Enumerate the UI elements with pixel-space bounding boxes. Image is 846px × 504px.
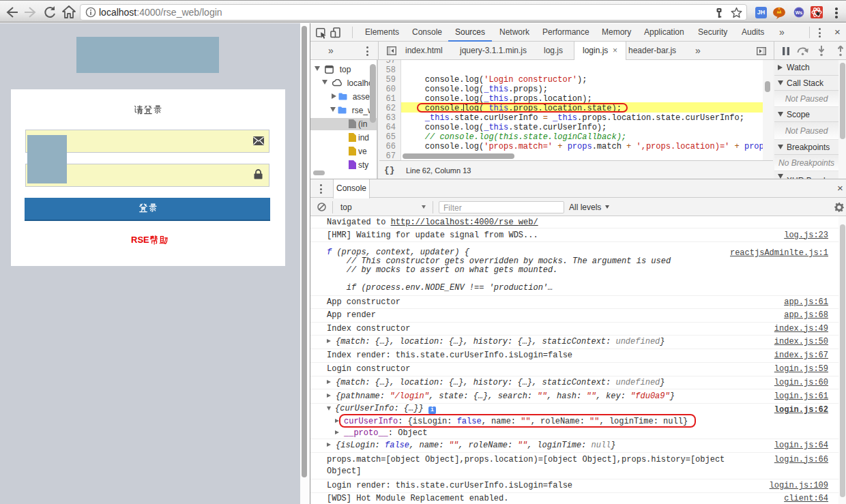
svg-text:Ws: Ws <box>796 10 803 15</box>
